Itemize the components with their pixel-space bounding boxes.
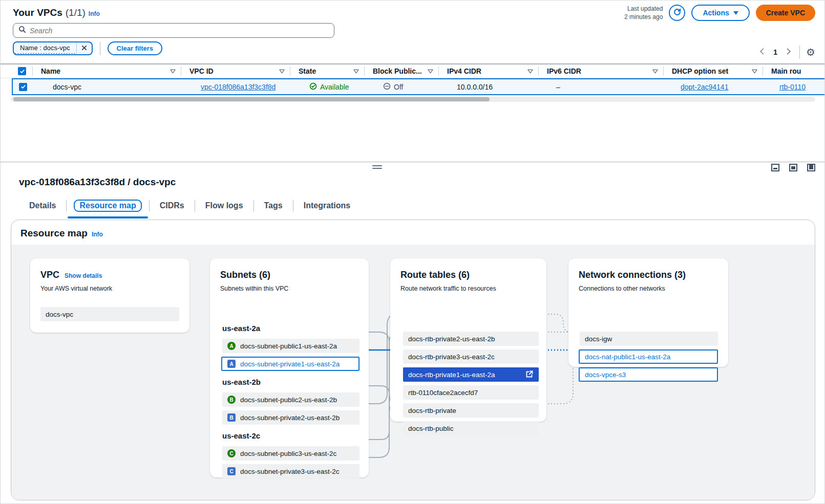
igw-node[interactable]: docs-igw bbox=[580, 332, 718, 346]
split-divider bbox=[1, 162, 825, 162]
filter-icon[interactable] bbox=[279, 67, 285, 75]
subnets-column-card: Subnets (6) Subnets within this VPC us-e… bbox=[210, 258, 369, 477]
tab-cidrs[interactable]: CIDRs bbox=[150, 198, 195, 213]
show-details-link[interactable]: Show details bbox=[65, 272, 102, 279]
current-page[interactable]: 1 bbox=[773, 48, 777, 56]
column-header-name[interactable]: Name bbox=[33, 64, 181, 78]
dhcp-option-set-link[interactable]: dopt-2ac94141 bbox=[681, 83, 728, 91]
check-circle-icon bbox=[309, 82, 317, 92]
subnet-node-private3[interactable]: C docs-subnet-private3-us-east-2c bbox=[222, 464, 359, 478]
filter-icon[interactable] bbox=[353, 67, 359, 75]
remove-filter-button[interactable] bbox=[76, 42, 92, 54]
subnet-node-private1-selected[interactable]: A docs-subnet-private1-us-east-2a bbox=[221, 357, 359, 371]
horizontal-scrollbar[interactable] bbox=[11, 97, 815, 102]
vpc-endpoint-node[interactable]: docs-vpce-s3 bbox=[579, 367, 718, 382]
main-route-table-link[interactable]: rtb-0110 bbox=[779, 83, 806, 91]
cell-ipv6-cidr: – bbox=[548, 79, 672, 94]
subnets-column-title: Subnets (6) bbox=[220, 270, 270, 280]
filter-icon[interactable] bbox=[752, 67, 757, 75]
az-b-badge: B bbox=[227, 413, 236, 422]
next-page-button[interactable] bbox=[784, 47, 793, 58]
table-header: Name VPC ID State Block Public... IPv4 C… bbox=[1, 63, 825, 78]
nat-gateway-node[interactable]: docs-nat-public1-us-east-2a bbox=[579, 349, 718, 364]
block-public-value: Off bbox=[383, 82, 403, 92]
filter-icon[interactable] bbox=[428, 67, 433, 75]
az-header: us-east-2b bbox=[222, 378, 261, 386]
scrollbar-thumb[interactable] bbox=[13, 97, 490, 101]
refresh-button[interactable] bbox=[669, 5, 685, 21]
tab-strip: Details Resource map CIDRs Flow logs Tag… bbox=[19, 196, 361, 215]
minus-circle-icon bbox=[383, 82, 391, 92]
create-vpc-button[interactable]: Create VPC bbox=[756, 5, 815, 21]
tab-details[interactable]: Details bbox=[19, 198, 66, 213]
pagination: 1 ⚙ bbox=[757, 46, 815, 59]
page-title: Your VPCs bbox=[13, 7, 62, 18]
subnet-node-private2[interactable]: B docs-subnet-private2-us-east-2b bbox=[222, 410, 359, 425]
az-header: us-east-2c bbox=[222, 431, 260, 440]
filter-icon[interactable] bbox=[527, 67, 533, 75]
subnets-column-subtitle: Subnets within this VPC bbox=[220, 285, 288, 292]
column-header-main-route-table[interactable]: Main rou bbox=[763, 64, 825, 78]
cell-ipv4-cidr: 10.0.0.0/16 bbox=[449, 79, 548, 94]
info-link[interactable]: Info bbox=[89, 10, 100, 17]
search-input[interactable] bbox=[30, 27, 329, 35]
route-table-node[interactable]: docs-rtb-public bbox=[403, 421, 539, 435]
select-all-checkbox[interactable] bbox=[18, 67, 26, 75]
subnet-node-public3[interactable]: C docs-subnet-public3-us-east-2c bbox=[222, 446, 359, 461]
vpc-node[interactable]: docs-vpc bbox=[40, 307, 179, 321]
divider bbox=[799, 46, 800, 59]
chevron-left-icon bbox=[758, 48, 766, 57]
route-tables-column-title: Route tables (6) bbox=[400, 270, 470, 280]
tab-flow-logs[interactable]: Flow logs bbox=[195, 198, 253, 213]
column-header-vpc-id[interactable]: VPC ID bbox=[181, 64, 290, 78]
vpc-id-link[interactable]: vpc-018f086a13f3c3f8d bbox=[201, 83, 276, 91]
tab-tags[interactable]: Tags bbox=[254, 198, 293, 213]
route-tables-column-card: Route tables (6) Route network traffic t… bbox=[390, 258, 546, 422]
tab-integrations[interactable]: Integrations bbox=[293, 198, 361, 213]
az-header: us-east-2a bbox=[222, 324, 260, 333]
panel-half-icon[interactable] bbox=[789, 164, 797, 171]
column-header-block-public[interactable]: Block Public... bbox=[365, 64, 438, 78]
close-icon bbox=[81, 44, 88, 53]
row-checkbox[interactable] bbox=[19, 83, 27, 91]
filter-icon[interactable] bbox=[170, 67, 176, 75]
refresh-icon bbox=[673, 8, 682, 18]
network-connections-column-card: Network connections (3) Connections to o… bbox=[568, 258, 728, 367]
column-header-ipv6-cidr[interactable]: IPv6 CIDR bbox=[539, 64, 663, 78]
resource-map-canvas: VPC Show details Your AWS virtual networ… bbox=[11, 245, 815, 500]
prev-page-button[interactable] bbox=[757, 47, 767, 58]
info-link[interactable]: Info bbox=[92, 231, 103, 238]
route-table-node[interactable]: docs-rtb-private2-us-east-2b bbox=[403, 332, 539, 346]
external-link-icon[interactable] bbox=[525, 370, 534, 380]
route-table-node[interactable]: rtb-0110cface2acecfd7 bbox=[403, 385, 539, 400]
gear-icon[interactable]: ⚙ bbox=[806, 47, 815, 57]
cell-name: docs-vpc bbox=[45, 79, 193, 94]
column-header-state[interactable]: State bbox=[290, 64, 364, 78]
column-header-dhcp-option-set[interactable]: DHCP option set bbox=[664, 64, 763, 78]
panel-small-icon[interactable] bbox=[771, 164, 779, 171]
subnet-node-public2[interactable]: B docs-subnet-public2-us-east-2b bbox=[222, 392, 359, 407]
filter-icon[interactable] bbox=[652, 67, 658, 75]
filter-token[interactable]: Name : docs-vpc bbox=[13, 41, 93, 55]
tab-resource-map[interactable]: Resource map bbox=[67, 196, 149, 215]
state-value: Available bbox=[309, 82, 349, 92]
clear-filters-button[interactable]: Clear filters bbox=[108, 41, 163, 55]
actions-button[interactable]: Actions bbox=[691, 5, 749, 21]
az-a-badge: A bbox=[227, 360, 236, 368]
az-c-badge: C bbox=[227, 449, 236, 457]
page-title-count: (1/1) bbox=[66, 7, 86, 18]
route-table-node-selected[interactable]: docs-rtb-private1-us-east-2a bbox=[403, 367, 539, 382]
az-b-badge: B bbox=[227, 396, 236, 404]
route-table-node[interactable]: docs-rtb-private3-us-east-2c bbox=[403, 349, 539, 364]
column-header-ipv4-cidr[interactable]: IPv4 CIDR bbox=[439, 64, 538, 78]
subnet-node-public1[interactable]: A docs-subnet-public1-us-east-2a bbox=[222, 339, 359, 353]
split-drag-handle[interactable] bbox=[372, 165, 382, 170]
filter-row: Name : docs-vpc Clear filters bbox=[13, 41, 162, 55]
vpc-console-page: Your VPCs (1/1) Info Last updated 2 minu… bbox=[0, 0, 825, 504]
vpc-column-title: VPC bbox=[40, 270, 59, 280]
panel-full-icon[interactable] bbox=[807, 164, 815, 171]
resource-map-header: Resource map Info bbox=[11, 220, 815, 245]
network-connections-column-subtitle: Connections to other networks bbox=[579, 285, 665, 292]
table-row[interactable]: docs-vpc vpc-018f086a13f3c3f8d Available… bbox=[12, 78, 825, 95]
route-table-node[interactable]: docs-rtb-private bbox=[403, 403, 539, 418]
